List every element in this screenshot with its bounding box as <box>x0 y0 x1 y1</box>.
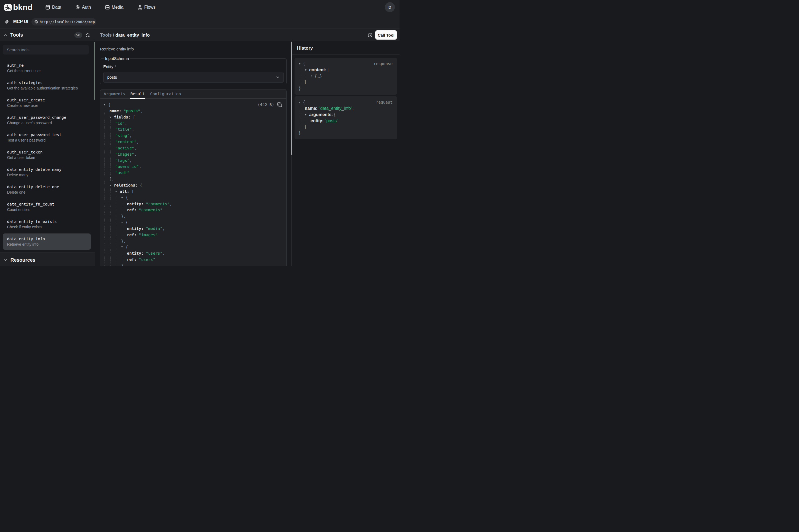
indent-guide <box>122 232 122 238</box>
collapse-arrow-icon[interactable] <box>299 63 301 64</box>
tool-description: Change a user's password <box>7 120 87 126</box>
tab-configuration[interactable]: Configuration <box>149 90 182 98</box>
indent-guide <box>116 207 116 213</box>
expand-arrow-icon[interactable] <box>311 75 312 77</box>
collapse-arrow-icon[interactable] <box>110 185 111 186</box>
resources-section-header[interactable]: Resources <box>0 252 95 266</box>
json-line: "content", <box>100 139 286 145</box>
indent-guide <box>116 244 116 250</box>
indent-guide <box>110 195 111 201</box>
tool-item-data_entity_info[interactable]: data_entity_infoRetrieve entity info <box>3 233 91 250</box>
json-token-pun: } <box>299 131 300 135</box>
json-line[interactable]: { <box>100 244 286 250</box>
indent-guide <box>300 106 300 112</box>
json-token-pun: { <box>126 195 128 200</box>
json-token-str: "slug" <box>115 133 129 138</box>
tool-item-auth_user_password_test[interactable]: auth_user_password_testTest a user's pas… <box>3 129 91 146</box>
indent-guide <box>122 256 122 263</box>
tool-item-auth_me[interactable]: auth_meGet the current user <box>3 60 91 76</box>
json-token-str: "tags" <box>115 158 129 163</box>
indent-guide <box>300 79 300 86</box>
collapse-arrow-icon[interactable] <box>121 222 123 223</box>
history-icon[interactable] <box>367 33 373 38</box>
indent-guide <box>122 207 122 213</box>
json-token-pun: ], <box>110 177 114 181</box>
entity-select[interactable]: posts <box>103 72 284 83</box>
tool-item-data_entity_fn_exists[interactable]: data_entity_fn_existsCheck if entity exi… <box>3 216 91 232</box>
tool-item-auth_user_create[interactable]: auth_user_createCreate a new user <box>3 95 91 111</box>
json-line[interactable]: {request <box>294 99 397 106</box>
call-tool-button[interactable]: Call Tool <box>375 31 397 40</box>
nav-item-auth[interactable]: Auth <box>75 5 91 10</box>
search-input[interactable] <box>7 48 85 52</box>
tools-section-header[interactable]: Tools 50 <box>0 28 95 41</box>
json-token-pun: , <box>129 133 132 138</box>
json-line[interactable]: fields: [ <box>100 114 286 120</box>
indent-guide <box>122 250 122 256</box>
json-token-pun: , <box>163 251 165 255</box>
json-line[interactable]: content: [ <box>294 67 397 73</box>
tools-list: auth_meGet the current userauth_strategi… <box>3 60 91 250</box>
json-line[interactable]: {...} <box>294 73 397 79</box>
json-token-str: "comments" <box>146 202 170 206</box>
collapse-arrow-icon[interactable] <box>115 191 117 192</box>
json-line[interactable]: {response <box>294 61 397 67</box>
json-token-key: relations: <box>114 183 140 187</box>
json-token-key: entity: <box>127 251 146 255</box>
tab-arguments[interactable]: Arguments <box>103 90 126 98</box>
json-line[interactable]: relations: { <box>100 182 286 188</box>
tool-item-data_entity_fn_count[interactable]: data_entity_fn_countCount entities <box>3 199 91 215</box>
indent-guide <box>104 133 105 139</box>
nav-item-flows[interactable]: Flows <box>137 5 156 10</box>
json-line[interactable]: { <box>100 220 286 226</box>
avatar[interactable]: D <box>385 2 395 12</box>
history-title: History <box>297 45 313 51</box>
collapse-arrow-icon[interactable] <box>110 117 111 118</box>
copy-icon[interactable] <box>277 102 282 107</box>
indent-guide <box>110 120 111 127</box>
tab-result[interactable]: Result <box>130 90 145 98</box>
indent-guide <box>110 250 111 256</box>
tool-description: Get the available authentication strateg… <box>7 86 87 91</box>
fingerprint-icon <box>75 5 80 10</box>
json-token-pun: [ <box>328 68 329 72</box>
collapse-arrow-icon[interactable] <box>121 246 123 248</box>
indent-guide <box>116 256 116 263</box>
json-token-pun: { <box>126 245 128 249</box>
tool-name: auth_user_password_change <box>7 115 87 120</box>
collapse-arrow-icon[interactable] <box>299 102 301 103</box>
json-line[interactable]: { <box>100 195 286 201</box>
tool-item-data_entity_delete_one[interactable]: data_entity_delete_oneDelete one <box>3 182 91 198</box>
refresh-icon[interactable] <box>85 33 90 38</box>
json-line[interactable]: all: [ <box>100 188 286 195</box>
tool-item-auth_user_password_change[interactable]: auth_user_password_changeChange a user's… <box>3 112 91 128</box>
indent-guide <box>116 226 116 232</box>
tool-item-data_entity_delete_many[interactable]: data_entity_delete_manyDelete many <box>3 164 91 180</box>
nav-item-data[interactable]: Data <box>45 5 61 10</box>
chevron-down-icon[interactable] <box>3 258 8 263</box>
json-line[interactable]: arguments: { <box>294 112 397 118</box>
breadcrumb-section[interactable]: Tools <box>100 33 112 37</box>
collapse-arrow-icon[interactable] <box>305 114 306 115</box>
collapse-arrow-icon[interactable] <box>305 70 306 71</box>
json-token-pun: [ <box>132 189 134 194</box>
json-token-str: "images" <box>115 152 134 156</box>
sidebar-scrollbar[interactable] <box>94 42 95 100</box>
indent-guide <box>110 207 111 213</box>
tool-item-auth_strategies[interactable]: auth_strategiesGet the available authent… <box>3 77 91 94</box>
collapse-arrow-icon[interactable] <box>121 197 123 198</box>
tool-item-auth_user_token[interactable]: auth_user_tokenGet a user token <box>3 147 91 163</box>
result-card: ArgumentsResultConfiguration {(442 B)nam… <box>100 89 287 266</box>
indent-guide <box>104 188 105 195</box>
main-scrollbar[interactable] <box>291 42 292 155</box>
brand[interactable]: bknd <box>4 3 33 12</box>
indent-guide <box>110 164 111 170</box>
server-url-pill[interactable]: http://localhost:28623/mcp <box>32 18 96 25</box>
json-line: "users_id", <box>100 164 286 170</box>
result-size: (442 B) <box>258 102 274 108</box>
indent-guide <box>300 67 300 73</box>
collapse-arrow-icon[interactable] <box>103 104 105 106</box>
json-line[interactable]: {(442 B) <box>100 102 286 108</box>
chevron-up-icon[interactable] <box>3 33 8 37</box>
nav-item-media[interactable]: Media <box>105 5 124 10</box>
